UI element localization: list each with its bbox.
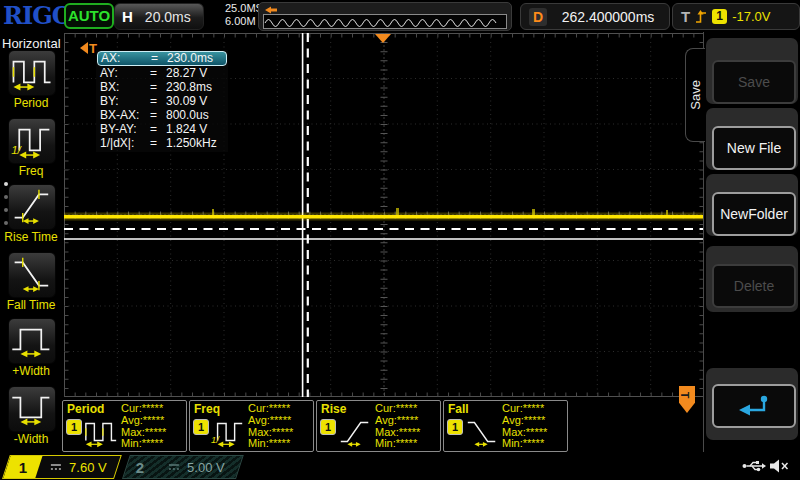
trigger-level-value: -17.0V [732, 9, 770, 24]
cursor-dx-eq: = [150, 108, 166, 122]
channel1-scale: 7.60 V [69, 460, 107, 475]
measurement-panel-freq: Freq 1 1/ Cur:*****Avg:***** Max:*****Mi… [189, 400, 314, 452]
rise-time-icon [337, 416, 373, 448]
fall-time-icon [10, 253, 54, 295]
preview-sine-wave [265, 20, 496, 27]
cursor-by-value: 30.09 V [166, 94, 207, 108]
menu-tab-save: Save [685, 48, 705, 142]
cursor-dx-label: BX-AX: [100, 108, 150, 122]
usb-icon [742, 459, 766, 473]
freq-button[interactable]: 1/ [8, 118, 56, 164]
dc-coupling-icon [49, 462, 63, 472]
new-file-button[interactable]: New File [712, 126, 796, 170]
measurement-title: Fall [448, 402, 469, 416]
cursor-by-label: BY: [100, 94, 150, 108]
cursor-measurement-panel: AX: = 230.0ms AY: = 28.27 V BX: = 230.8m… [96, 50, 228, 152]
trigger-readout: T 1 -17.0V [672, 3, 800, 30]
cursor-bx-eq: = [150, 80, 166, 94]
channel2-number: 2 [136, 459, 144, 476]
measurement-title: Rise [321, 402, 346, 416]
h-label: H [122, 8, 133, 25]
oscilloscope-screen: RIGOL AUTO H 20.0ms 25.0MSa/s 6.00M pts … [0, 0, 800, 480]
horizontal-scale-readout: H 20.0ms [114, 3, 204, 30]
trigger-level-tag-icon[interactable]: T [679, 386, 695, 413]
preview-waveform-strip [263, 14, 507, 29]
neg-width-label: -Width [0, 432, 62, 446]
cursor-bx-value: 230.8ms [166, 80, 212, 94]
channel-badge: 1 [193, 419, 209, 435]
measurement-stats: Cur:*****Avg:***** Max:*****Min:***** [121, 403, 166, 450]
channel1-indicator[interactable]: 1 7.60 V [2, 455, 122, 479]
cursor-ay-eq: = [150, 66, 166, 80]
rise-time-button[interactable] [8, 184, 56, 230]
delay-sweep-marker-icon [264, 6, 278, 14]
cursor-row-bx-ax: BX-AX: = 800.0us [96, 108, 228, 122]
fall-time-icon [464, 416, 500, 448]
cursor-dy-eq: = [150, 122, 166, 136]
cursor-row-by-ay: BY-AY: = 1.824 V [96, 122, 228, 136]
measurement-panel-period: Period 1 Cur:*****Avg:***** Max:*****Min… [62, 400, 187, 452]
pos-width-button[interactable] [8, 318, 56, 364]
cursor-freq-value: 1.250kHz [166, 136, 217, 150]
channel2-indicator[interactable]: 2 5.00 V [122, 455, 244, 479]
trigger-slope-rising-icon [695, 9, 707, 25]
measurement-panel-rise: Rise 1 Cur:*****Avg:***** Max:*****Min:*… [316, 400, 441, 452]
channel-badge: 1 [447, 419, 463, 435]
cursor-row-bx: BX: = 230.8ms [96, 80, 228, 94]
cursor-row-ax: AX: = 230.0ms [97, 51, 227, 66]
delay-value: 262.400000ms [547, 9, 669, 25]
trigger-source-badge: 1 [712, 9, 727, 24]
sidebar-title: Horizontal [2, 36, 61, 51]
delay-readout: D 262.400000ms [520, 3, 670, 30]
cursor-ax-label: AX: [101, 52, 151, 65]
cursor-bx-label: BX: [100, 80, 150, 94]
run-status-badge: AUTO [64, 3, 114, 29]
cursor-ax-value: 230.0ms [167, 52, 213, 65]
period-icon [10, 51, 54, 93]
period-label: Period [0, 96, 62, 110]
delay-label: D [529, 8, 547, 26]
cursor-row-by: BY: = 30.09 V [96, 94, 228, 108]
cursor-ax-eq: = [151, 52, 167, 65]
measurement-panel-fall: Fall 1 Cur:*****Avg:***** Max:*****Min:*… [443, 400, 568, 452]
waveform-position-preview [258, 2, 512, 31]
menu-page-dots [4, 182, 8, 234]
cursor-row-ay: AY: = 28.27 V [96, 66, 228, 80]
new-folder-button[interactable]: NewFolder [712, 192, 796, 236]
channel-badge: 1 [320, 419, 336, 435]
enter-button[interactable] [712, 384, 796, 428]
freq-icon: 1/ [210, 416, 246, 448]
measurement-stats: Cur:*****Avg:***** Max:*****Min:***** [375, 403, 420, 450]
cursor-dy-label: BY-AY: [100, 122, 150, 136]
fall-time-button[interactable] [8, 252, 56, 298]
pos-width-label: +Width [0, 364, 62, 378]
cursor-ay-value: 28.27 V [166, 66, 207, 80]
h-scale-value: 20.0ms [145, 9, 191, 25]
measurement-title: Freq [194, 402, 220, 416]
pos-width-icon [10, 319, 54, 361]
rise-time-label: Rise Time [0, 230, 62, 244]
period-button[interactable] [8, 50, 56, 96]
delete-button: Delete [712, 264, 796, 308]
svg-text:1/: 1/ [11, 144, 22, 156]
enter-arrow-icon [737, 393, 771, 419]
save-button: Save [712, 60, 796, 104]
cursor-by-eq: = [150, 94, 166, 108]
cursor-ay-label: AY: [100, 66, 150, 80]
freq-label: Freq [0, 164, 62, 178]
cursor-dy-value: 1.824 V [166, 122, 207, 136]
neg-width-button[interactable] [8, 386, 56, 432]
cursor-freq-label: 1/|dX|: [100, 136, 150, 150]
channel1-number: 1 [19, 459, 27, 476]
channel-badge: 1 [66, 419, 82, 435]
fall-time-label: Fall Time [0, 298, 62, 312]
menu-tab-label: Save [688, 80, 703, 110]
dc-coupling-icon [167, 462, 181, 472]
rise-time-icon [10, 185, 54, 227]
freq-icon: 1/ [10, 119, 54, 161]
trigger-label: T [681, 8, 690, 25]
measurement-title: Period [67, 402, 104, 416]
neg-width-icon [10, 387, 54, 429]
cursor-row-inv-dx: 1/|dX|: = 1.250kHz [96, 136, 228, 150]
speaker-muted-icon [769, 458, 789, 474]
